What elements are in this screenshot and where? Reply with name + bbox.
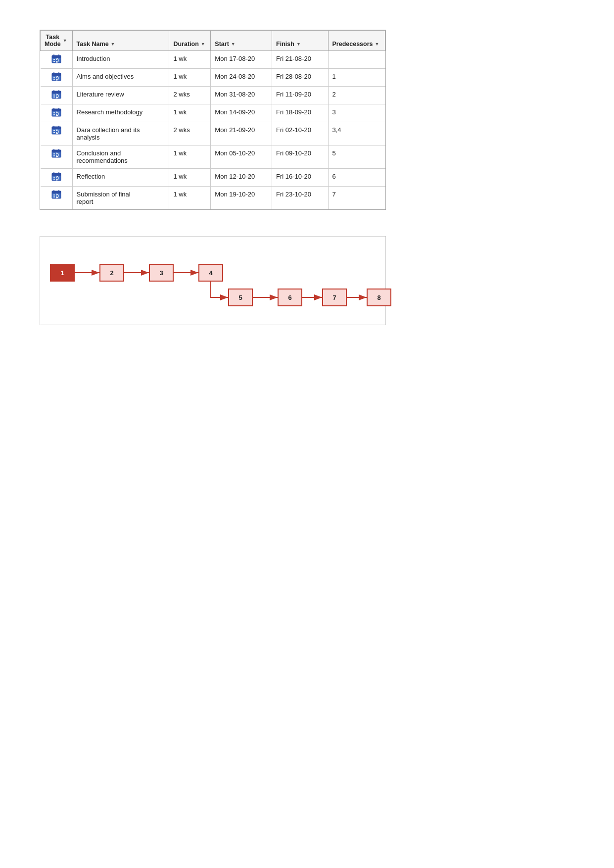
duration-cell: 1 wk bbox=[169, 145, 211, 169]
svg-rect-38 bbox=[53, 126, 54, 128]
task-mode-cell bbox=[41, 122, 73, 145]
svg-rect-19 bbox=[52, 91, 61, 94]
finish-cell: Fri 23-10-20 bbox=[272, 187, 328, 210]
task-name-cell: Dara collection and its analysis bbox=[72, 122, 169, 145]
svg-rect-16 bbox=[56, 79, 57, 80]
svg-rect-33 bbox=[53, 114, 55, 115]
col-header-finish[interactable]: Finish ▼ bbox=[272, 31, 328, 51]
predecessors-dropdown-arrow[interactable]: ▼ bbox=[375, 42, 379, 47]
table-row: Dara collection and its analysis2 wksMon… bbox=[41, 122, 385, 145]
duration-cell: 1 wk bbox=[169, 104, 211, 122]
svg-rect-64 bbox=[52, 191, 61, 193]
finish-dropdown-arrow[interactable]: ▼ bbox=[296, 42, 301, 47]
duration-cell: 1 wk bbox=[169, 169, 211, 187]
node-5: 5 bbox=[228, 289, 253, 306]
node-8: 8 bbox=[367, 289, 391, 306]
task-name-cell: Conclusion and recommendations bbox=[72, 145, 169, 169]
svg-rect-40 bbox=[53, 130, 55, 131]
svg-rect-49 bbox=[53, 153, 55, 154]
svg-rect-48 bbox=[58, 149, 59, 151]
svg-rect-69 bbox=[53, 196, 55, 197]
svg-rect-50 bbox=[56, 153, 57, 154]
svg-rect-24 bbox=[53, 96, 55, 97]
gantt-table: TaskMode ▼ Task Name ▼ Duration ▼ bbox=[40, 30, 386, 210]
col-header-start[interactable]: Start ▼ bbox=[211, 31, 272, 51]
svg-rect-47 bbox=[53, 149, 54, 151]
duration-cell: 2 wks bbox=[169, 87, 211, 104]
start-cell: Mon 12-10-20 bbox=[211, 169, 272, 187]
task-mode-dropdown-arrow[interactable]: ▼ bbox=[63, 38, 67, 43]
col-header-task-mode[interactable]: TaskMode ▼ bbox=[41, 31, 73, 51]
start-cell: Mon 31-08-20 bbox=[211, 87, 272, 104]
task-mode-icon bbox=[51, 172, 61, 182]
start-cell: Mon 19-10-20 bbox=[211, 187, 272, 210]
task-name-cell: Research methodology bbox=[72, 104, 169, 122]
finish-cell: Fri 11-09-20 bbox=[272, 87, 328, 104]
svg-rect-67 bbox=[53, 194, 55, 195]
task-mode-icon bbox=[51, 190, 61, 199]
start-cell: Mon 24-08-20 bbox=[211, 69, 272, 87]
svg-rect-31 bbox=[53, 112, 55, 113]
table-row: Conclusion and recommendations1 wkMon 05… bbox=[41, 145, 385, 169]
network-diagram: 12345678 bbox=[40, 236, 386, 325]
col-header-task-name[interactable]: Task Name ▼ bbox=[72, 31, 169, 51]
task-mode-icon bbox=[51, 72, 61, 82]
predecessors-cell bbox=[328, 51, 385, 69]
table-row: Literature review2 wksMon 31-08-20Fri 11… bbox=[41, 87, 385, 104]
svg-rect-4 bbox=[53, 59, 55, 60]
predecessors-cell: 5 bbox=[328, 145, 385, 169]
node-6: 6 bbox=[278, 289, 302, 306]
svg-rect-58 bbox=[53, 177, 55, 178]
task-mode-cell bbox=[41, 145, 73, 169]
svg-rect-39 bbox=[58, 126, 59, 128]
finish-cell: Fri 18-09-20 bbox=[272, 104, 328, 122]
svg-rect-1 bbox=[52, 55, 61, 58]
task-mode-icon bbox=[51, 148, 61, 158]
task-mode-icon bbox=[51, 107, 61, 117]
svg-rect-20 bbox=[53, 90, 54, 92]
svg-rect-43 bbox=[56, 132, 57, 133]
svg-rect-68 bbox=[56, 194, 57, 195]
task-mode-cell bbox=[41, 51, 73, 69]
svg-rect-29 bbox=[53, 108, 54, 110]
predecessors-cell: 3,4 bbox=[328, 122, 385, 145]
task-name-cell: Aims and objectives bbox=[72, 69, 169, 87]
node-2: 2 bbox=[99, 264, 124, 282]
start-dropdown-arrow[interactable]: ▼ bbox=[231, 42, 236, 47]
svg-rect-66 bbox=[58, 190, 59, 192]
start-cell: Mon 17-08-20 bbox=[211, 51, 272, 69]
svg-rect-34 bbox=[56, 114, 57, 115]
node-1: 1 bbox=[50, 264, 75, 282]
node-4: 4 bbox=[198, 264, 223, 282]
task-mode-cell bbox=[41, 69, 73, 87]
svg-rect-2 bbox=[53, 54, 54, 56]
svg-rect-23 bbox=[56, 95, 57, 96]
svg-rect-37 bbox=[52, 127, 61, 129]
table-row: Research methodology1 wkMon 14-09-20Fri … bbox=[41, 104, 385, 122]
svg-rect-56 bbox=[53, 172, 54, 174]
svg-rect-55 bbox=[52, 173, 61, 176]
duration-dropdown-arrow[interactable]: ▼ bbox=[201, 42, 205, 47]
predecessors-cell: 3 bbox=[328, 104, 385, 122]
finish-cell: Fri 16-10-20 bbox=[272, 169, 328, 187]
task-name-cell: Literature review bbox=[72, 87, 169, 104]
task-name-cell: Introduction bbox=[72, 51, 169, 69]
start-cell: Mon 05-10-20 bbox=[211, 145, 272, 169]
table-row: Introduction1 wkMon 17-08-20Fri 21-08-20 bbox=[41, 51, 385, 69]
svg-rect-52 bbox=[56, 155, 57, 156]
svg-rect-21 bbox=[58, 90, 59, 92]
svg-rect-14 bbox=[56, 77, 57, 78]
task-name-cell: Submission of final report bbox=[72, 187, 169, 210]
svg-rect-51 bbox=[53, 155, 55, 156]
task-mode-cell bbox=[41, 169, 73, 187]
col-header-duration[interactable]: Duration ▼ bbox=[169, 31, 211, 51]
svg-rect-5 bbox=[56, 59, 57, 60]
svg-rect-30 bbox=[58, 108, 59, 110]
task-name-dropdown-arrow[interactable]: ▼ bbox=[111, 42, 115, 47]
svg-rect-25 bbox=[56, 96, 57, 97]
start-cell: Mon 21-09-20 bbox=[211, 122, 272, 145]
svg-rect-28 bbox=[52, 109, 61, 111]
node-7: 7 bbox=[322, 289, 347, 306]
col-header-predecessors[interactable]: Predecessors ▼ bbox=[328, 31, 385, 51]
svg-rect-60 bbox=[53, 179, 55, 180]
